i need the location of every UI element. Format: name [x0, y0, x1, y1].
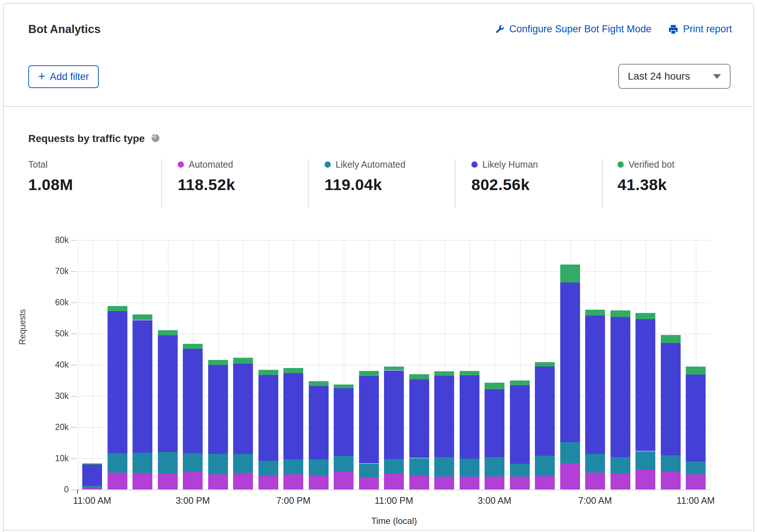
- bar-6-00-pm[interactable]: [258, 370, 278, 489]
- bar-segment-likely-human[interactable]: [359, 376, 379, 463]
- bar-1-00-pm[interactable]: [133, 314, 152, 489]
- bar-segment-automated[interactable]: [283, 474, 303, 489]
- bar-segment-likely-human[interactable]: [585, 316, 605, 454]
- bar-segment-likely-human[interactable]: [133, 320, 152, 453]
- bar-segment-automated[interactable]: [158, 474, 178, 489]
- bar-segment-likely-human[interactable]: [460, 375, 479, 459]
- add-filter-button[interactable]: + Add filter: [28, 65, 99, 88]
- bar-segment-verified-bot[interactable]: [384, 367, 404, 370]
- bar-segment-likely-automated[interactable]: [158, 452, 178, 474]
- bar-segment-likely-human[interactable]: [661, 343, 681, 455]
- bar-segment-likely-human[interactable]: [510, 385, 530, 464]
- bar-12-00-pm[interactable]: [108, 306, 127, 489]
- bar-segment-automated[interactable]: [661, 472, 681, 489]
- bar-segment-verified-bot[interactable]: [359, 371, 379, 376]
- bar-7-00-pm[interactable]: [283, 368, 303, 489]
- bar-segment-likely-automated[interactable]: [434, 457, 454, 477]
- bar-11-00-am[interactable]: [82, 463, 102, 489]
- bar-segment-automated[interactable]: [183, 472, 203, 489]
- bar-segment-likely-human[interactable]: [409, 379, 429, 458]
- bar-segment-likely-automated[interactable]: [334, 456, 354, 471]
- bar-segment-automated[interactable]: [535, 476, 555, 489]
- bar-segment-likely-human[interactable]: [485, 389, 504, 457]
- bar-segment-automated[interactable]: [108, 473, 127, 489]
- bar-segment-likely-automated[interactable]: [485, 457, 504, 477]
- bar-segment-likely-automated[interactable]: [611, 457, 630, 473]
- bar-segment-likely-automated[interactable]: [258, 461, 278, 475]
- bar-segment-likely-human[interactable]: [560, 283, 580, 442]
- bar-segment-verified-bot[interactable]: [560, 265, 580, 283]
- bar-2-00-pm[interactable]: [158, 330, 178, 489]
- bar-segment-likely-automated[interactable]: [283, 459, 303, 474]
- bar-3-00-pm[interactable]: [183, 344, 203, 489]
- bar-segment-likely-human[interactable]: [283, 373, 303, 459]
- bar-segment-likely-human[interactable]: [334, 388, 354, 456]
- bar-segment-verified-bot[interactable]: [434, 371, 454, 376]
- bar-segment-likely-human[interactable]: [208, 365, 228, 454]
- bar-segment-likely-human[interactable]: [635, 319, 655, 451]
- bar-3-00-am[interactable]: [485, 383, 504, 489]
- bar-segment-likely-automated[interactable]: [661, 455, 681, 472]
- bar-segment-likely-automated[interactable]: [510, 464, 530, 477]
- bar-segment-likely-automated[interactable]: [183, 453, 203, 472]
- bar-segment-likely-human[interactable]: [82, 464, 102, 486]
- print-report-link[interactable]: Print report: [668, 23, 732, 35]
- bar-segment-verified-bot[interactable]: [686, 367, 706, 375]
- bar-segment-verified-bot[interactable]: [183, 344, 203, 349]
- stat-total[interactable]: Total1.08M: [28, 159, 73, 194]
- bar-segment-automated[interactable]: [560, 463, 580, 489]
- bar-segment-automated[interactable]: [258, 475, 278, 489]
- bar-segment-likely-human[interactable]: [258, 375, 278, 461]
- stat-automated[interactable]: Automated118.52k: [178, 159, 235, 194]
- bar-segment-likely-human[interactable]: [183, 349, 203, 453]
- bar-9-00-am[interactable]: [635, 313, 655, 489]
- bar-segment-likely-human[interactable]: [158, 335, 178, 452]
- stat-verified-bot[interactable]: Verified bot41.38k: [617, 159, 674, 194]
- bar-segment-likely-automated[interactable]: [208, 454, 228, 474]
- bar-segment-likely-human[interactable]: [233, 363, 253, 454]
- bar-segment-automated[interactable]: [686, 474, 706, 489]
- bar-segment-likely-automated[interactable]: [635, 451, 655, 470]
- bar-segment-likely-human[interactable]: [434, 376, 454, 457]
- configure-super-bot-fight-mode-link[interactable]: Configure Super Bot Fight Mode: [495, 23, 651, 35]
- bar-9-00-pm[interactable]: [334, 385, 354, 489]
- bar-1-00-am[interactable]: [434, 371, 454, 489]
- bar-segment-automated[interactable]: [585, 473, 605, 489]
- bar-segment-likely-human[interactable]: [535, 367, 555, 456]
- bar-segment-likely-automated[interactable]: [108, 453, 127, 473]
- bar-segment-verified-bot[interactable]: [208, 360, 228, 365]
- bar-7-00-am[interactable]: [585, 310, 605, 489]
- bar-segment-automated[interactable]: [233, 473, 253, 489]
- bar-10-00-pm[interactable]: [359, 371, 379, 489]
- bar-segment-likely-automated[interactable]: [560, 442, 580, 463]
- bar-segment-verified-bot[interactable]: [611, 310, 630, 317]
- bar-segment-verified-bot[interactable]: [409, 374, 429, 379]
- bar-segment-automated[interactable]: [434, 477, 454, 489]
- bar-segment-automated[interactable]: [409, 476, 429, 489]
- bar-6-00-am[interactable]: [560, 264, 580, 489]
- bar-segment-likely-automated[interactable]: [585, 454, 605, 473]
- bar-4-00-am[interactable]: [510, 380, 530, 489]
- bar-segment-likely-automated[interactable]: [384, 459, 404, 474]
- bar-segment-likely-human[interactable]: [611, 317, 630, 457]
- bar-2-00-am[interactable]: [460, 371, 479, 489]
- bar-5-00-am[interactable]: [535, 362, 555, 489]
- bar-12-00-am[interactable]: [409, 374, 429, 489]
- bar-8-00-pm[interactable]: [309, 381, 329, 489]
- bar-segment-automated[interactable]: [485, 477, 504, 489]
- stat-likely-human[interactable]: Likely Human802.56k: [471, 159, 538, 194]
- bar-segment-likely-human[interactable]: [309, 386, 329, 459]
- bar-segment-verified-bot[interactable]: [460, 371, 479, 375]
- bar-segment-verified-bot[interactable]: [82, 463, 102, 464]
- bar-segment-verified-bot[interactable]: [108, 306, 127, 311]
- bar-segment-verified-bot[interactable]: [510, 380, 530, 385]
- bar-segment-likely-automated[interactable]: [359, 464, 379, 477]
- bar-segment-automated[interactable]: [635, 470, 655, 489]
- bar-segment-likely-automated[interactable]: [686, 462, 706, 474]
- bar-11-00-pm[interactable]: [384, 367, 404, 489]
- stat-likely-automated[interactable]: Likely Automated119.04k: [325, 159, 405, 194]
- bar-segment-automated[interactable]: [359, 477, 379, 489]
- bar-segment-verified-bot[interactable]: [309, 381, 329, 386]
- bar-segment-automated[interactable]: [460, 477, 479, 489]
- bar-5-00-pm[interactable]: [233, 357, 253, 489]
